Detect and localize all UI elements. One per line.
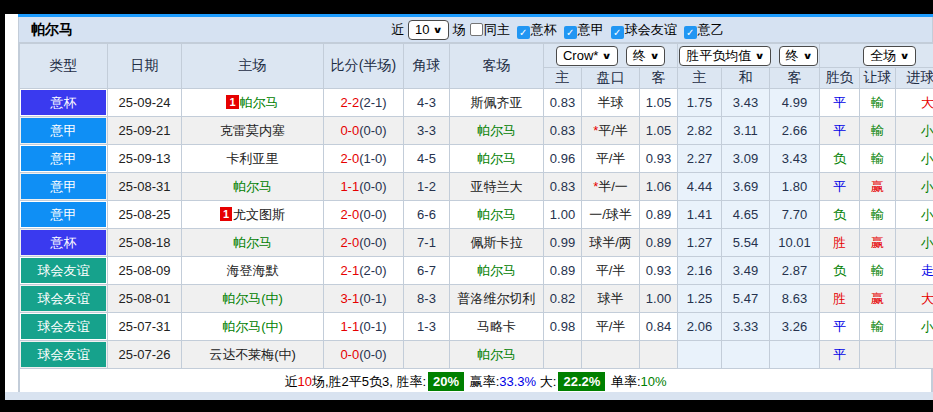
- handicap-result-cell: 輸: [860, 145, 896, 173]
- odds-home-cell: 0.83: [544, 89, 582, 117]
- fulltime-score: 1-1: [340, 179, 359, 194]
- match-count-select[interactable]: 10∨: [408, 20, 449, 40]
- handicap-result-cell: 赢: [860, 229, 896, 257]
- footer-single-label: 单率:: [611, 374, 641, 389]
- handicap-line-cell: 平/半: [582, 257, 640, 285]
- win-rate-badge: 20%: [428, 372, 464, 391]
- chevron-down-icon: ∨: [602, 51, 612, 61]
- period-select[interactable]: 全场∨: [863, 46, 915, 66]
- competition-type-cell: 意甲: [20, 173, 108, 201]
- score-cell: 2-0(1-0): [324, 145, 404, 173]
- avg-away-cell: 3.26: [770, 313, 820, 341]
- goals-result-cell: 小: [896, 313, 933, 341]
- near-label: 近: [391, 21, 404, 39]
- subheader-cell: 主: [544, 68, 582, 89]
- away-team-cell: 帕尔马: [450, 201, 544, 229]
- odds-away-cell: 0.89: [640, 201, 678, 229]
- score-cell: 0-0(0-0): [324, 341, 404, 369]
- outcome-cell: 负: [820, 257, 860, 285]
- handicap-line-cell: 球半: [582, 285, 640, 313]
- avg-away-cell: 2.87: [770, 257, 820, 285]
- goals-result-cell: 小: [896, 229, 933, 257]
- avg-home-cell: 1.75: [678, 89, 722, 117]
- header-type: 类型: [20, 44, 108, 89]
- odds-home-cell: 1.00: [544, 201, 582, 229]
- away-team-cell: 斯佩齐亚: [450, 89, 544, 117]
- avg-home-cell: 2.16: [678, 257, 722, 285]
- fulltime-score: 3-1: [340, 291, 359, 306]
- corner-score-cell: 6-6: [404, 201, 450, 229]
- match-row: 球会友谊25-08-01帕尔马(中)3-1(0-1)8-3普洛维尔切利0.82球…: [20, 285, 933, 313]
- bookmaker-select[interactable]: Crow*∨: [556, 46, 618, 66]
- goals-result-cell: 小: [896, 201, 933, 229]
- competition-type-cell: 球会友谊: [20, 257, 108, 285]
- match-date-cell: 25-09-21: [108, 117, 182, 145]
- odds-home-cell: 0.96: [544, 145, 582, 173]
- subheader-cell: 进球数: [896, 68, 933, 89]
- avg-draw-cell: 3.43: [722, 89, 770, 117]
- header-score: 比分(半场): [324, 44, 404, 89]
- match-row: 意甲25-09-13卡利亚里2-0(1-0)4-5帕尔马0.96平/半0.932…: [20, 145, 933, 173]
- avg-home-cell: 1.27: [678, 229, 722, 257]
- footer-count: 10: [297, 374, 311, 389]
- competition-type-badge: 意甲: [21, 146, 106, 171]
- outcome-cell: 平: [820, 313, 860, 341]
- away-team-cell: 帕尔马: [450, 145, 544, 173]
- goals-result-cell: 大: [896, 285, 933, 313]
- title-bar: 帕尔马 近 10∨ 场 同主✓意杯✓意甲✓球会友谊✓意乙: [19, 17, 932, 43]
- avg-draw-cell: 4.65: [722, 201, 770, 229]
- avg-away-cell: 4.99: [770, 89, 820, 117]
- home-team-name: 帕尔马: [233, 235, 272, 250]
- odds-group-header: Crow*∨ 终∨: [544, 44, 678, 68]
- match-row: 意甲25-09-21克雷莫内塞0-0(0-0)3-3帕尔马0.83*平/半1.0…: [20, 117, 933, 145]
- home-team-name: 海登海默: [227, 263, 279, 278]
- score-cell: 0-0(0-0): [324, 117, 404, 145]
- score-cell: 3-1(0-1): [324, 285, 404, 313]
- goals-result-cell: 大: [896, 89, 933, 117]
- home-team-name: 帕尔马(中): [222, 291, 283, 306]
- checkbox-checked[interactable]: ✓: [684, 26, 697, 39]
- halftime-score: (0-1): [359, 291, 386, 306]
- outcome-cell: 平: [820, 117, 860, 145]
- match-count-value: 10: [415, 22, 429, 37]
- checkbox-checked[interactable]: ✓: [517, 26, 530, 39]
- avg-draw-cell: 5.47: [722, 285, 770, 313]
- checkbox-checked[interactable]: ✓: [611, 26, 624, 39]
- fulltime-score: 2-0: [340, 235, 359, 250]
- corner-score-cell: 8-3: [404, 285, 450, 313]
- chevron-down-icon: ∨: [755, 51, 765, 61]
- checkbox-unchecked[interactable]: [470, 23, 483, 36]
- corner-score-cell: 1-2: [404, 173, 450, 201]
- footer-near: 近: [284, 374, 297, 389]
- avg-value: 胜平负均值: [686, 47, 751, 65]
- bottom-strip: [5, 392, 933, 400]
- match-date-cell: 25-07-26: [108, 341, 182, 369]
- handicap-line-cell: [582, 341, 640, 369]
- filter-checkboxes: 同主✓意杯✓意甲✓球会友谊✓意乙: [466, 21, 724, 39]
- subheader-cell: 胜负: [820, 68, 860, 89]
- match-date-cell: 25-07-31: [108, 313, 182, 341]
- score-cell: 2-2(2-1): [324, 89, 404, 117]
- chevron-down-icon: ∨: [802, 51, 812, 61]
- odds-home-cell: 0.83: [544, 173, 582, 201]
- avg-home-cell: [678, 341, 722, 369]
- handicap-line-cell: *平/半: [582, 117, 640, 145]
- checkbox-checked[interactable]: ✓: [564, 26, 577, 39]
- header-home: 主场: [182, 44, 324, 89]
- halftime-score: (0-0): [359, 179, 386, 194]
- handicap-result-cell: 赢: [860, 173, 896, 201]
- halftime-score: (0-0): [359, 207, 386, 222]
- odds-time-select[interactable]: 终∨: [626, 46, 665, 66]
- footer-big-label: 大:: [540, 374, 557, 389]
- match-date-cell: 25-08-09: [108, 257, 182, 285]
- handicap-result-cell: 輸: [860, 313, 896, 341]
- odds-away-cell: 1.05: [640, 89, 678, 117]
- avg-time-select[interactable]: 终∨: [779, 46, 818, 66]
- chevron-down-icon: ∨: [649, 51, 659, 61]
- competition-type-cell: 意杯: [20, 89, 108, 117]
- away-team-name: 佩斯卡拉: [471, 235, 523, 250]
- avg-draw-cell: [722, 341, 770, 369]
- home-team-cell: 克雷莫内塞: [182, 117, 324, 145]
- home-team-cell: 帕尔马(中): [182, 313, 324, 341]
- avg-select[interactable]: 胜平负均值∨: [679, 46, 770, 66]
